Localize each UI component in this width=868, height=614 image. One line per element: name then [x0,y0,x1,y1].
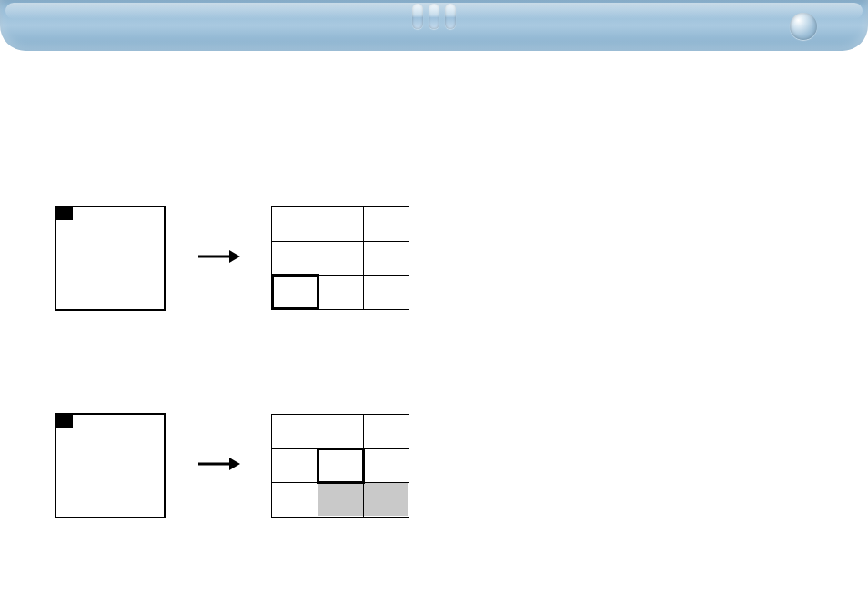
selected-cell [271,274,319,310]
svg-marker-3 [229,458,240,470]
reference-point-icon [56,207,73,220]
arrow-icon [197,248,240,268]
source-frame [55,206,166,311]
output-grid [271,414,409,518]
titlebar-knob [790,13,817,40]
window-titlebar [0,0,868,51]
reference-point-icon [56,415,73,428]
diagram-row [55,206,409,311]
protected-cell [318,483,363,516]
arrow-icon [197,456,240,476]
output-grid [271,206,409,310]
diagram-row [55,413,409,518]
titlebar-pill-group [412,4,456,29]
titlebar-pill [429,4,439,29]
titlebar-pill [412,4,423,29]
selected-cell [317,448,365,484]
titlebar-pill [445,4,456,29]
svg-marker-1 [229,250,240,263]
protected-cell [363,483,408,516]
source-frame [55,413,166,518]
